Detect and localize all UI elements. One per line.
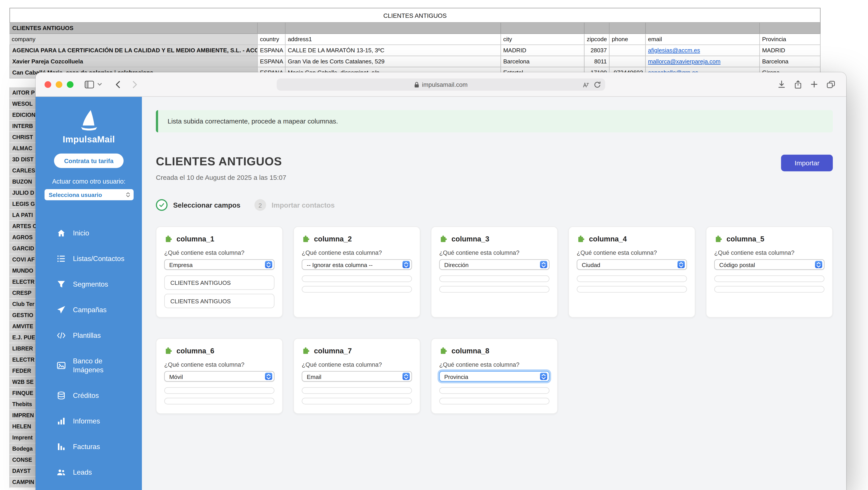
- lock-icon: [414, 81, 419, 88]
- sidebar-item-segmentos[interactable]: Segmentos: [36, 271, 142, 297]
- sheet-cell[interactable]: [646, 23, 760, 34]
- address-cell[interactable]: CALLE DE LA MARATÓN 13-15, 3ºC: [286, 45, 501, 56]
- translate-button[interactable]: [582, 81, 589, 88]
- column-header[interactable]: phone: [610, 34, 646, 45]
- company-cell[interactable]: AGENCIA PARA LA CERTIFICACIÓN DE LA CALI…: [9, 45, 258, 56]
- column-card-title: columna_5: [726, 235, 765, 243]
- sidebar-item-facturas[interactable]: Facturas: [36, 434, 142, 459]
- sheet-cell[interactable]: [610, 23, 646, 34]
- provincia-cell[interactable]: Barcelona: [760, 56, 821, 67]
- address-bar[interactable]: impulsamail.com: [277, 78, 605, 91]
- selected-option: Email: [307, 373, 321, 380]
- column-card-columna-2: columna_2 ¿Qué contiene esta columna? --…: [293, 227, 421, 318]
- step-label: Seleccionar campos: [173, 201, 241, 209]
- sidebar-item-leads[interactable]: Leads: [36, 459, 142, 485]
- column-card-title: columna_4: [589, 235, 627, 243]
- step-number: 2: [254, 199, 266, 211]
- downloads-button[interactable]: [778, 80, 785, 89]
- sheet-cell[interactable]: [501, 23, 585, 34]
- column-card-columna-6: columna_6 ¿Qué contiene esta columna? Mó…: [156, 338, 283, 414]
- column-mapping-select-columna-6[interactable]: Móvil: [164, 371, 275, 382]
- sample-value: [714, 275, 825, 282]
- close-button[interactable]: [44, 81, 51, 88]
- sheet-title[interactable]: CLIENTES ANTIGUOS: [9, 8, 821, 23]
- sidebar-item-plantillas[interactable]: Plantillas: [36, 323, 142, 348]
- country-cell[interactable]: ESPANA: [258, 56, 286, 67]
- column-header[interactable]: email: [646, 34, 760, 45]
- sidebar-item-banco-de-imagenes[interactable]: Banco de Imágenes: [36, 348, 142, 383]
- column-mapping-select-columna-3[interactable]: Dirección: [439, 259, 550, 270]
- column-mapping-select-columna-7[interactable]: Email: [302, 371, 412, 382]
- alert-text: Lista subida correctamente, procede a ma…: [168, 118, 338, 125]
- user-select[interactable]: Selecciona usuario: [44, 189, 133, 200]
- column-header[interactable]: zipcode: [585, 34, 610, 45]
- column-header[interactable]: company: [9, 34, 258, 45]
- sidebar-item-label: Segmentos: [73, 280, 108, 289]
- sample-value: [577, 286, 687, 293]
- country-cell[interactable]: ESPANA: [258, 45, 286, 56]
- sheet-band-row: CLIENTES ANTIGUOS: [9, 23, 821, 34]
- paper-plane-icon: [57, 305, 66, 315]
- phone-cell[interactable]: [610, 45, 646, 56]
- provincia-cell[interactable]: MADRID: [760, 45, 821, 56]
- minimize-button[interactable]: [56, 81, 62, 88]
- step-seleccionar-campos[interactable]: Seleccionar campos: [156, 199, 241, 211]
- chevron-down-icon[interactable]: [97, 83, 102, 86]
- wizard-steps: Seleccionar campos 2 Importar contactos: [156, 199, 833, 211]
- sidebar-nav: Inicio Listas/Contactos Segmentos: [36, 220, 142, 485]
- sidebar-toggle-button[interactable]: [85, 80, 94, 88]
- forward-button[interactable]: [132, 80, 137, 88]
- company-cell[interactable]: Xavier Pareja Cozcolluela: [9, 56, 258, 67]
- column-header[interactable]: Provincia: [760, 34, 821, 45]
- puzzle-icon: [577, 235, 585, 243]
- sidebar-item-listas-contactos[interactable]: Listas/Contactos: [36, 246, 142, 271]
- selected-option: Móvil: [169, 373, 183, 380]
- invoice-chart-icon: [57, 443, 66, 451]
- sheet-header-row: companycountryaddress1cityzipcodephoneem…: [9, 34, 821, 45]
- sheet-cell[interactable]: [286, 23, 501, 34]
- reload-button[interactable]: [594, 81, 601, 88]
- brand-name: ImpulsaMail: [63, 135, 115, 144]
- step-importar-contactos[interactable]: 2 Importar contactos: [254, 199, 335, 211]
- column-header[interactable]: city: [501, 34, 585, 45]
- city-cell[interactable]: MADRID: [501, 45, 585, 56]
- sheet-band-label[interactable]: CLIENTES ANTIGUOS: [9, 23, 258, 34]
- tab-overview-button[interactable]: [827, 80, 835, 88]
- column-mapping-select-columna-2[interactable]: -- Ignorar esta columna --: [302, 259, 412, 270]
- column-mapping-select-columna-8[interactable]: Provincia: [439, 371, 550, 382]
- column-header[interactable]: country: [258, 34, 286, 45]
- sidebar-item-campanas[interactable]: Campañas: [36, 297, 142, 323]
- funnel-icon: [57, 280, 66, 289]
- city-cell[interactable]: Barcelona: [501, 56, 585, 67]
- contract-plan-button[interactable]: Contrata tu tarifa: [54, 154, 124, 168]
- sheet-cell[interactable]: [258, 23, 286, 34]
- column-mapping-select-columna-1[interactable]: Empresa: [164, 259, 275, 270]
- email-cell[interactable]: afiglesias@accm.es: [646, 45, 760, 56]
- phone-cell[interactable]: [610, 56, 646, 67]
- import-button[interactable]: Importar: [781, 155, 833, 171]
- bar-chart-icon: [57, 417, 66, 426]
- share-button[interactable]: [795, 80, 802, 89]
- back-button[interactable]: [115, 80, 121, 88]
- select-stepper-icon: [540, 261, 547, 268]
- email-cell[interactable]: mallorca@xavierpareja.com: [646, 56, 760, 67]
- home-icon: [57, 229, 66, 238]
- column-header[interactable]: address1: [286, 34, 501, 45]
- column-card-title: columna_6: [177, 347, 214, 355]
- sidebar-item-inicio[interactable]: Inicio: [36, 220, 142, 246]
- sheet-cell[interactable]: [585, 23, 610, 34]
- sample-value: [577, 275, 687, 282]
- column-question: ¿Qué contiene esta columna?: [302, 249, 412, 256]
- address-cell[interactable]: Gran Via de les Corts Catalanes, 529: [286, 56, 501, 67]
- column-mapping-select-columna-4[interactable]: Ciudad: [577, 259, 687, 270]
- column-mapping-select-columna-5[interactable]: Código postal: [714, 259, 825, 270]
- users-icon: [57, 468, 66, 477]
- sidebar-item-informes[interactable]: Informes: [36, 408, 142, 434]
- zipcode-cell[interactable]: 28037: [585, 45, 610, 56]
- zipcode-cell[interactable]: 8011: [585, 56, 610, 67]
- sheet-cell[interactable]: [760, 23, 821, 34]
- browser-window: impulsamail.com: [36, 72, 846, 490]
- zoom-button[interactable]: [67, 81, 73, 88]
- new-tab-button[interactable]: [811, 81, 818, 88]
- sidebar-item-creditos[interactable]: Créditos: [36, 383, 142, 408]
